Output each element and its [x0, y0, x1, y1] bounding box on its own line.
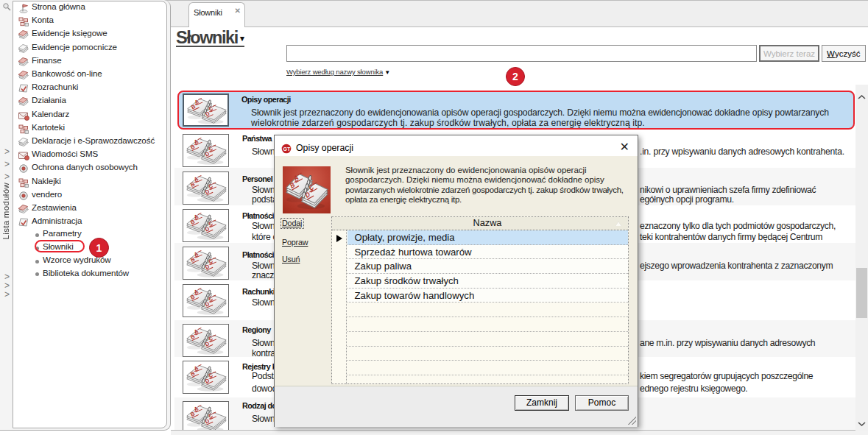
- svg-text:GT: GT: [283, 146, 291, 152]
